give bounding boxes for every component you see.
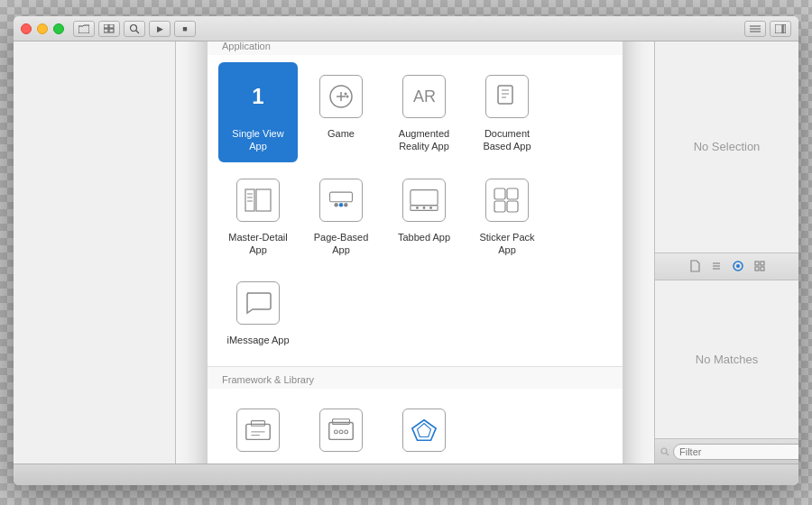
svg-point-23: [334, 203, 337, 207]
minimize-button[interactable]: [37, 23, 48, 34]
title-bar: ▶ ■: [14, 16, 798, 41]
right-panel: No Selection: [654, 41, 798, 464]
template-cocoa-static[interactable]: Cocoa Touch Static Library: [301, 396, 381, 464]
template-metal[interactable]: Metal Library: [384, 396, 464, 464]
document-icon-wrapper: [482, 71, 532, 122]
svg-point-14: [345, 92, 347, 95]
application-grid: 1 Single View App Game: [208, 55, 623, 366]
svg-rect-51: [755, 262, 759, 265]
modal-body: Application 1 Single View App: [208, 41, 623, 464]
svg-line-5: [136, 30, 140, 33]
svg-rect-33: [507, 188, 518, 199]
svg-point-44: [345, 430, 348, 434]
page-based-icon-wrapper: [316, 175, 366, 225]
template-imessage[interactable]: iMessage App: [218, 269, 298, 355]
grid-icon[interactable]: [98, 21, 120, 37]
right-panel-filter: [655, 438, 798, 464]
svg-rect-18: [245, 189, 254, 211]
template-tabbed[interactable]: Tabbed App: [384, 166, 464, 266]
maximize-button[interactable]: [53, 23, 64, 34]
sticker-pack-icon: [485, 179, 529, 222]
file-toolbar-icon[interactable]: [687, 259, 702, 273]
ar-icon-wrapper: AR: [399, 71, 449, 122]
no-matches-label: No Matches: [696, 353, 758, 366]
svg-rect-10: [783, 24, 786, 33]
imessage-icon: [236, 281, 280, 325]
master-detail-label: Master-Detail App: [224, 231, 292, 257]
template-page-based[interactable]: Page-Based App: [301, 166, 381, 266]
metal-label: Metal Library: [395, 461, 453, 464]
cocoa-static-label: Cocoa Touch Static Library: [307, 461, 375, 464]
svg-rect-26: [330, 192, 353, 202]
traffic-lights: [21, 23, 64, 34]
search-toolbar-icon[interactable]: [124, 21, 145, 37]
cocoa-static-icon: [319, 409, 363, 452]
svg-rect-35: [507, 201, 518, 212]
right-panel-filter-input[interactable]: [673, 444, 798, 460]
svg-point-31: [429, 207, 432, 209]
sticker-pack-label: Sticker Pack App: [473, 231, 541, 257]
template-game[interactable]: Game: [301, 62, 381, 162]
template-sticker-pack[interactable]: Sticker Pack App: [467, 166, 547, 266]
tabbed-icon-wrapper: [399, 175, 449, 225]
title-bar-controls: ▶ ■: [73, 21, 196, 37]
no-matches-area: No Matches: [655, 280, 798, 439]
single-view-label: Single View App: [224, 127, 292, 153]
document-icon: [485, 75, 529, 118]
svg-rect-41: [333, 419, 350, 425]
close-button[interactable]: [21, 23, 32, 34]
ar-label: Augmented Reality App: [390, 127, 458, 153]
template-cocoa-framework[interactable]: Cocoa Touch Framework: [218, 396, 298, 464]
cocoa-framework-icon-wrapper: [233, 405, 283, 455]
list-toolbar-icon[interactable]: [709, 259, 724, 273]
stop-button[interactable]: ■: [174, 21, 196, 37]
svg-text:AR: AR: [413, 87, 436, 106]
sidebar-toggle-icon[interactable]: [744, 21, 766, 37]
section-application-header: Application: [208, 41, 623, 55]
title-bar-right: [744, 21, 791, 37]
template-modal: Choose a template for your new project: …: [208, 41, 623, 464]
svg-rect-1: [109, 24, 114, 28]
svg-rect-19: [256, 189, 271, 211]
svg-rect-0: [104, 24, 108, 28]
svg-point-15: [346, 95, 349, 97]
inspector-toggle-icon[interactable]: [770, 21, 791, 37]
single-view-icon-wrapper: 1: [233, 71, 283, 122]
grid-toolbar-icon[interactable]: [752, 259, 767, 273]
left-sidebar: [14, 41, 176, 464]
svg-line-56: [667, 453, 669, 455]
imessage-label: iMessage App: [226, 334, 289, 346]
template-single-view[interactable]: 1 Single View App: [218, 62, 298, 162]
svg-point-42: [334, 430, 337, 434]
svg-rect-2: [104, 29, 108, 32]
svg-rect-17: [498, 86, 512, 104]
svg-rect-37: [251, 421, 264, 427]
folder-icon[interactable]: [73, 21, 95, 37]
center-area: Choose a template for your new project: …: [176, 41, 654, 464]
game-icon: [319, 75, 363, 118]
right-panel-toolbar: [655, 253, 798, 280]
right-panel-no-selection: No Selection: [655, 41, 798, 253]
no-selection-label: No Selection: [694, 140, 761, 153]
svg-point-43: [339, 430, 343, 434]
svg-rect-9: [775, 24, 782, 33]
template-master-detail[interactable]: Master-Detail App: [218, 166, 298, 266]
circle-toolbar-icon[interactable]: [731, 259, 745, 273]
svg-rect-32: [494, 188, 505, 199]
svg-point-50: [736, 264, 740, 268]
template-document[interactable]: Document Based App: [467, 62, 547, 162]
master-detail-icon: [236, 179, 280, 222]
framework-grid: Cocoa Touch Framework Cocoa Touch Static…: [208, 389, 623, 464]
play-button[interactable]: ▶: [149, 21, 171, 37]
svg-point-24: [339, 203, 343, 207]
game-icon-wrapper: [316, 71, 366, 122]
page-based-label: Page-Based App: [307, 231, 375, 257]
template-ar[interactable]: AR Augmented Reality App: [384, 62, 464, 162]
document-label: Document Based App: [473, 127, 541, 153]
svg-point-55: [661, 448, 667, 454]
svg-rect-3: [109, 29, 114, 32]
xcode-window: ▶ ■ Choose a template for your new proje…: [14, 16, 798, 485]
single-view-icon: 1: [235, 73, 281, 120]
right-panel-bottom: No Matches: [655, 253, 798, 464]
metal-icon-wrapper: [399, 405, 449, 455]
